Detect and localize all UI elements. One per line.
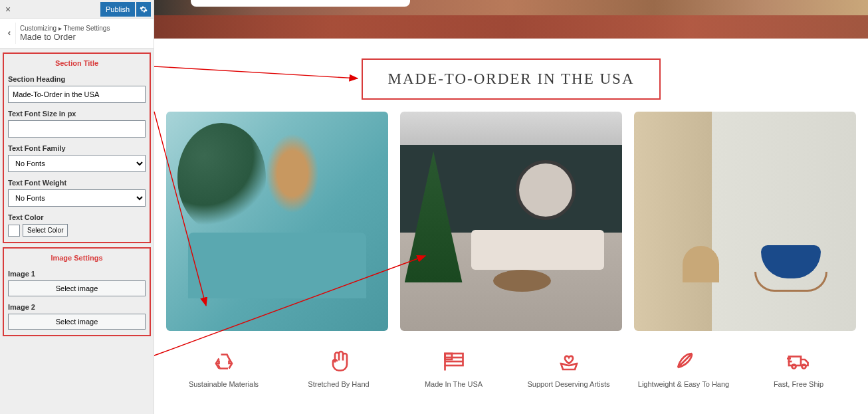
font-family-select[interactable]: No Fonts xyxy=(8,155,146,172)
feature-label: Made In The USA xyxy=(396,380,511,388)
recycle-icon xyxy=(212,350,236,373)
sidebar-top-bar: × Publish xyxy=(0,0,154,19)
color-swatch[interactable] xyxy=(8,225,20,237)
preview-pane: MADE-TO-ORDER IN THE USA Sustainable Mat… xyxy=(154,0,868,414)
feature-shipping: Fast, Free Ship xyxy=(741,350,856,388)
feature-label: Sustainable Materials xyxy=(166,380,281,388)
preview-section-title-box: MADE-TO-ORDER IN THE USA xyxy=(362,58,661,100)
font-size-input[interactable] xyxy=(8,120,146,138)
gear-icon xyxy=(140,5,148,13)
panel-title: Section Title xyxy=(8,59,146,67)
image-settings-panel: Image Settings Image 1 Select image Imag… xyxy=(3,247,151,336)
select-color-button[interactable]: Select Color xyxy=(23,224,68,237)
customizer-sidebar: × Publish Customizing ▸ Theme Settings M… xyxy=(0,0,154,414)
section-heading-input[interactable] xyxy=(8,86,146,103)
select-image2-button[interactable]: Select image xyxy=(8,314,146,330)
back-button[interactable] xyxy=(3,23,16,44)
feature-usa: Made In The USA xyxy=(396,350,511,388)
font-weight-label: Text Font Weight xyxy=(8,179,146,187)
svg-rect-3 xyxy=(445,354,452,360)
feather-icon xyxy=(672,350,696,373)
breadcrumb-path: Customizing ▸ Theme Settings xyxy=(20,25,110,32)
preview-section-title: MADE-TO-ORDER IN THE USA xyxy=(370,70,653,88)
hero-card xyxy=(191,0,410,7)
hero-image-strip xyxy=(154,0,868,39)
flag-icon xyxy=(442,350,466,373)
feature-label: Fast, Free Ship xyxy=(741,380,856,388)
select-image1-button[interactable]: Select image xyxy=(8,280,146,296)
image-cards-row xyxy=(154,112,868,331)
feature-label: Support Deserving Artists xyxy=(511,380,626,388)
font-size-label: Text Font Size in px xyxy=(8,110,146,118)
panel-title: Image Settings xyxy=(8,254,146,262)
font-family-label: Text Font Family xyxy=(8,144,146,152)
feature-sustainable: Sustainable Materials xyxy=(166,350,281,388)
image-card-2 xyxy=(400,112,622,331)
image-card-3 xyxy=(634,112,856,331)
feature-lightweight: Lightweight & Easy To Hang xyxy=(626,350,741,388)
feature-artists: Support Deserving Artists xyxy=(511,350,626,388)
truck-icon xyxy=(787,350,811,373)
image-card-1 xyxy=(166,112,388,331)
text-color-label: Text Color xyxy=(8,213,146,221)
image1-label: Image 1 xyxy=(8,270,146,278)
svg-point-6 xyxy=(792,365,796,369)
section-heading-label: Section Heading xyxy=(8,75,146,83)
breadcrumb-title: Made to Order xyxy=(20,32,110,42)
section-title-panel: Section Title Section Heading Text Font … xyxy=(3,52,151,243)
features-row: Sustainable Materials Stretched By Hand … xyxy=(154,331,868,388)
font-weight-select[interactable]: No Fonts xyxy=(8,189,146,207)
svg-point-7 xyxy=(802,365,806,369)
chevron-left-icon xyxy=(6,30,13,37)
feature-stretched: Stretched By Hand xyxy=(281,350,396,388)
hand-icon xyxy=(327,350,351,373)
settings-gear-button[interactable] xyxy=(136,2,151,17)
close-button[interactable]: × xyxy=(0,1,16,17)
breadcrumb: Customizing ▸ Theme Settings Made to Ord… xyxy=(0,19,154,49)
image2-label: Image 2 xyxy=(8,303,146,311)
feature-label: Lightweight & Easy To Hang xyxy=(626,380,741,388)
feature-label: Stretched By Hand xyxy=(281,380,396,388)
publish-button[interactable]: Publish xyxy=(100,2,135,17)
heart-hands-icon xyxy=(557,350,581,373)
